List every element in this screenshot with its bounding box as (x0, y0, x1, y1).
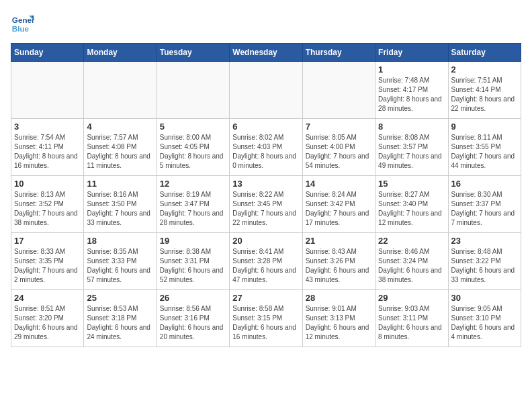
logo-icon: General Blue (11, 11, 35, 35)
day-cell: 30Sunrise: 9:05 AM Sunset: 3:10 PM Dayli… (448, 290, 521, 347)
day-info: Sunrise: 8:19 AM Sunset: 3:47 PM Dayligh… (160, 190, 226, 228)
day-cell (302, 62, 375, 119)
col-header-tuesday: Tuesday (157, 44, 229, 62)
day-info: Sunrise: 7:51 AM Sunset: 4:14 PM Dayligh… (451, 76, 518, 113)
day-number: 30 (451, 293, 518, 303)
day-cell: 16Sunrise: 8:30 AM Sunset: 3:37 PM Dayli… (448, 176, 521, 233)
day-number: 29 (378, 293, 445, 303)
day-info: Sunrise: 8:53 AM Sunset: 3:18 PM Dayligh… (87, 304, 153, 342)
day-number: 25 (87, 293, 153, 303)
day-info: Sunrise: 8:11 AM Sunset: 3:55 PM Dayligh… (451, 133, 518, 171)
day-info: Sunrise: 8:27 AM Sunset: 3:40 PM Dayligh… (378, 190, 445, 228)
day-number: 19 (160, 236, 226, 246)
day-number: 13 (232, 179, 299, 189)
day-cell: 4Sunrise: 7:57 AM Sunset: 4:08 PM Daylig… (84, 119, 157, 176)
day-info: Sunrise: 7:48 AM Sunset: 4:17 PM Dayligh… (378, 76, 445, 113)
day-cell: 25Sunrise: 8:53 AM Sunset: 3:18 PM Dayli… (84, 290, 157, 347)
week-row-2: 3Sunrise: 7:54 AM Sunset: 4:11 PM Daylig… (11, 119, 521, 176)
day-cell (157, 62, 229, 119)
week-row-1: 1Sunrise: 7:48 AM Sunset: 4:17 PM Daylig… (11, 62, 521, 119)
day-cell: 21Sunrise: 8:43 AM Sunset: 3:26 PM Dayli… (302, 233, 375, 290)
day-info: Sunrise: 8:51 AM Sunset: 3:20 PM Dayligh… (14, 304, 81, 342)
day-info: Sunrise: 7:54 AM Sunset: 4:11 PM Dayligh… (14, 133, 81, 171)
day-number: 5 (160, 122, 226, 132)
day-info: Sunrise: 8:30 AM Sunset: 3:37 PM Dayligh… (451, 190, 518, 228)
day-cell: 9Sunrise: 8:11 AM Sunset: 3:55 PM Daylig… (448, 119, 521, 176)
day-info: Sunrise: 9:01 AM Sunset: 3:13 PM Dayligh… (306, 304, 372, 342)
day-info: Sunrise: 8:33 AM Sunset: 3:35 PM Dayligh… (14, 247, 81, 285)
day-number: 22 (378, 236, 445, 246)
day-number: 24 (14, 293, 81, 303)
day-number: 20 (232, 236, 299, 246)
day-number: 6 (232, 122, 299, 132)
day-info: Sunrise: 8:38 AM Sunset: 3:31 PM Dayligh… (160, 247, 226, 285)
day-cell: 28Sunrise: 9:01 AM Sunset: 3:13 PM Dayli… (302, 290, 375, 347)
day-info: Sunrise: 8:16 AM Sunset: 3:50 PM Dayligh… (87, 190, 153, 228)
day-info: Sunrise: 7:57 AM Sunset: 4:08 PM Dayligh… (87, 133, 153, 171)
day-cell: 13Sunrise: 8:22 AM Sunset: 3:45 PM Dayli… (230, 176, 302, 233)
day-number: 27 (232, 293, 299, 303)
day-number: 7 (306, 122, 372, 132)
day-info: Sunrise: 9:05 AM Sunset: 3:10 PM Dayligh… (451, 304, 518, 342)
day-cell: 10Sunrise: 8:13 AM Sunset: 3:52 PM Dayli… (11, 176, 84, 233)
col-header-monday: Monday (84, 44, 157, 62)
day-number: 3 (14, 122, 81, 132)
col-header-sunday: Sunday (11, 44, 84, 62)
day-number: 26 (160, 293, 226, 303)
col-header-wednesday: Wednesday (230, 44, 302, 62)
col-header-friday: Friday (375, 44, 448, 62)
day-number: 2 (451, 64, 518, 75)
day-number: 8 (378, 122, 445, 132)
day-info: Sunrise: 8:13 AM Sunset: 3:52 PM Dayligh… (14, 190, 81, 228)
day-cell: 19Sunrise: 8:38 AM Sunset: 3:31 PM Dayli… (157, 233, 229, 290)
day-cell (230, 62, 302, 119)
week-row-4: 17Sunrise: 8:33 AM Sunset: 3:35 PM Dayli… (11, 233, 521, 290)
header-row: SundayMondayTuesdayWednesdayThursdayFrid… (11, 44, 521, 62)
day-info: Sunrise: 8:43 AM Sunset: 3:26 PM Dayligh… (306, 247, 372, 285)
day-number: 21 (306, 236, 372, 246)
day-info: Sunrise: 8:24 AM Sunset: 3:42 PM Dayligh… (306, 190, 372, 228)
day-info: Sunrise: 8:02 AM Sunset: 4:03 PM Dayligh… (232, 133, 299, 171)
day-cell: 29Sunrise: 9:03 AM Sunset: 3:11 PM Dayli… (375, 290, 448, 347)
header: General Blue (11, 11, 521, 35)
day-info: Sunrise: 8:05 AM Sunset: 4:00 PM Dayligh… (306, 133, 372, 171)
day-cell: 11Sunrise: 8:16 AM Sunset: 3:50 PM Dayli… (84, 176, 157, 233)
day-number: 15 (378, 179, 445, 189)
day-cell: 8Sunrise: 8:08 AM Sunset: 3:57 PM Daylig… (375, 119, 448, 176)
day-cell: 6Sunrise: 8:02 AM Sunset: 4:03 PM Daylig… (230, 119, 302, 176)
day-cell (84, 62, 157, 119)
col-header-saturday: Saturday (448, 44, 521, 62)
day-number: 9 (451, 122, 518, 132)
day-cell: 1Sunrise: 7:48 AM Sunset: 4:17 PM Daylig… (375, 62, 448, 119)
svg-text:Blue: Blue (12, 24, 30, 33)
day-cell: 27Sunrise: 8:58 AM Sunset: 3:15 PM Dayli… (230, 290, 302, 347)
day-number: 17 (14, 236, 81, 246)
day-info: Sunrise: 8:58 AM Sunset: 3:15 PM Dayligh… (232, 304, 299, 342)
day-info: Sunrise: 8:41 AM Sunset: 3:28 PM Dayligh… (232, 247, 299, 285)
day-number: 11 (87, 179, 153, 189)
day-info: Sunrise: 8:08 AM Sunset: 3:57 PM Dayligh… (378, 133, 445, 171)
day-cell: 17Sunrise: 8:33 AM Sunset: 3:35 PM Dayli… (11, 233, 84, 290)
day-number: 10 (14, 179, 81, 189)
day-number: 18 (87, 236, 153, 246)
day-number: 14 (306, 179, 372, 189)
day-cell: 26Sunrise: 8:56 AM Sunset: 3:16 PM Dayli… (157, 290, 229, 347)
day-cell (11, 62, 84, 119)
col-header-thursday: Thursday (302, 44, 375, 62)
day-cell: 20Sunrise: 8:41 AM Sunset: 3:28 PM Dayli… (230, 233, 302, 290)
logo: General Blue (11, 11, 38, 35)
day-cell: 14Sunrise: 8:24 AM Sunset: 3:42 PM Dayli… (302, 176, 375, 233)
day-number: 16 (451, 179, 518, 189)
day-number: 12 (160, 179, 226, 189)
day-cell: 2Sunrise: 7:51 AM Sunset: 4:14 PM Daylig… (448, 62, 521, 119)
week-row-5: 24Sunrise: 8:51 AM Sunset: 3:20 PM Dayli… (11, 290, 521, 347)
day-info: Sunrise: 8:46 AM Sunset: 3:24 PM Dayligh… (378, 247, 445, 285)
day-number: 1 (378, 64, 445, 75)
day-info: Sunrise: 8:48 AM Sunset: 3:22 PM Dayligh… (451, 247, 518, 285)
day-cell: 15Sunrise: 8:27 AM Sunset: 3:40 PM Dayli… (375, 176, 448, 233)
day-cell: 5Sunrise: 8:00 AM Sunset: 4:05 PM Daylig… (157, 119, 229, 176)
day-info: Sunrise: 8:35 AM Sunset: 3:33 PM Dayligh… (87, 247, 153, 285)
day-cell: 12Sunrise: 8:19 AM Sunset: 3:47 PM Dayli… (157, 176, 229, 233)
day-number: 4 (87, 122, 153, 132)
day-cell: 7Sunrise: 8:05 AM Sunset: 4:00 PM Daylig… (302, 119, 375, 176)
